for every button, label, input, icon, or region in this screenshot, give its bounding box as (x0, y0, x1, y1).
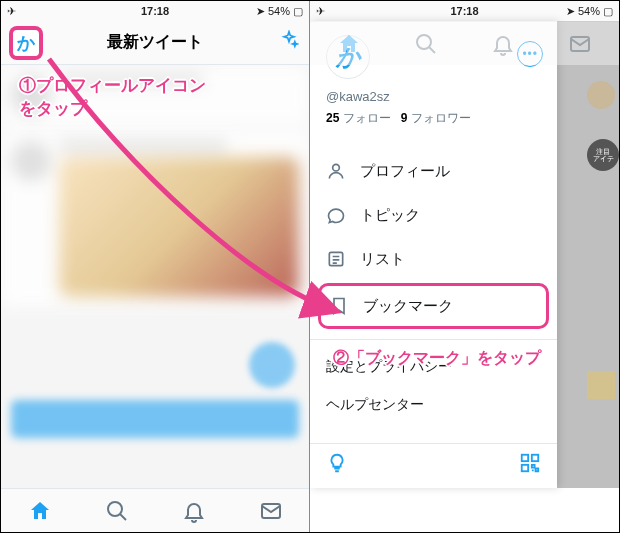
battery-percent: 54% (268, 5, 290, 17)
profile-avatar-button[interactable]: か (11, 28, 41, 58)
svg-point-2 (333, 164, 340, 171)
status-bar: ✈︎ 17:18 ➤ 54% ▢ (1, 1, 309, 21)
lightbulb-icon[interactable] (326, 452, 348, 474)
svg-rect-6 (522, 465, 528, 471)
tab-messages-icon[interactable] (259, 499, 283, 523)
follow-stats[interactable]: 25 フォロー 9 フォロワー (326, 110, 541, 127)
drawer-item-label: 設定とプライバシー (326, 358, 452, 376)
status-time: 17:18 (450, 5, 478, 17)
peek-image (587, 371, 615, 399)
sparkle-icon[interactable] (279, 30, 299, 55)
tweet-item[interactable] (1, 65, 309, 125)
drawer-item-settings[interactable]: 設定とプライバシー (310, 348, 557, 386)
compose-fab[interactable] (249, 342, 295, 388)
side-drawer: か ••• @kawa2sz 25 フォロー 9 フォロワー プロフィール (310, 21, 557, 488)
svg-rect-5 (532, 455, 538, 461)
airplane-mode-icon: ✈︎ (7, 5, 16, 18)
drawer-item-label: ヘルプセンター (326, 396, 424, 414)
status-bar: ✈︎ 17:18 ➤ 54% ▢ (310, 1, 619, 21)
person-icon (326, 161, 346, 181)
divider (310, 339, 557, 340)
drawer-item-label: トピック (360, 206, 420, 225)
drawer-item-topics[interactable]: トピック (310, 193, 557, 237)
phone-right-drawer: ✈︎ 17:18 ➤ 54% ▢ 注目 アイテ か ••• @kawa2sz (310, 1, 619, 532)
bookmark-icon (329, 296, 349, 316)
topic-icon (326, 205, 346, 225)
tab-notifications-icon[interactable] (491, 32, 515, 56)
peek-image (587, 81, 615, 109)
drawer-item-label: リスト (360, 250, 405, 269)
svg-point-0 (108, 502, 122, 516)
battery-percent: 54% (578, 5, 600, 17)
compose-bar[interactable] (11, 400, 299, 438)
drawer-item-profile[interactable]: プロフィール (310, 149, 557, 193)
location-icon: ➤ (256, 5, 265, 18)
battery-icon: ▢ (603, 5, 613, 18)
battery-icon: ▢ (293, 5, 303, 18)
drawer-item-bookmarks[interactable]: ブックマーク (318, 283, 549, 329)
tweet-image[interactable] (59, 157, 299, 297)
tab-search-icon[interactable] (414, 32, 438, 56)
qr-icon[interactable] (519, 452, 541, 474)
tab-notifications-icon[interactable] (182, 499, 206, 523)
tweet-item[interactable] (1, 131, 309, 307)
timeline-header: か 最新ツイート (1, 21, 309, 65)
user-handle[interactable]: @kawa2sz (326, 89, 541, 104)
drawer-item-label: ブックマーク (363, 297, 453, 316)
bottom-tabbar (310, 21, 619, 65)
drawer-item-help[interactable]: ヘルプセンター (310, 386, 557, 424)
tab-search-icon[interactable] (105, 499, 129, 523)
svg-point-7 (417, 35, 431, 49)
page-title: 最新ツイート (107, 32, 203, 53)
tweet-avatar (11, 75, 51, 115)
tab-home-icon[interactable] (28, 499, 52, 523)
bottom-tabbar (1, 488, 309, 532)
featured-badge: 注目 アイテ (587, 139, 619, 171)
side-peek-content: 注目 アイテ (587, 81, 619, 399)
drawer-item-label: プロフィール (360, 162, 450, 181)
status-time: 17:18 (141, 5, 169, 17)
timeline-feed[interactable] (1, 65, 309, 488)
drawer-item-lists[interactable]: リスト (310, 237, 557, 281)
tab-messages-icon[interactable] (568, 32, 592, 56)
list-icon (326, 249, 346, 269)
svg-rect-4 (522, 455, 528, 461)
tab-home-icon[interactable] (337, 32, 361, 56)
phone-left-timeline: ✈︎ 17:18 ➤ 54% ▢ か 最新ツイート (1, 1, 310, 532)
tweet-avatar (11, 141, 51, 181)
airplane-mode-icon: ✈︎ (316, 5, 325, 18)
avatar-letter: か (17, 31, 35, 55)
location-icon: ➤ (566, 5, 575, 18)
